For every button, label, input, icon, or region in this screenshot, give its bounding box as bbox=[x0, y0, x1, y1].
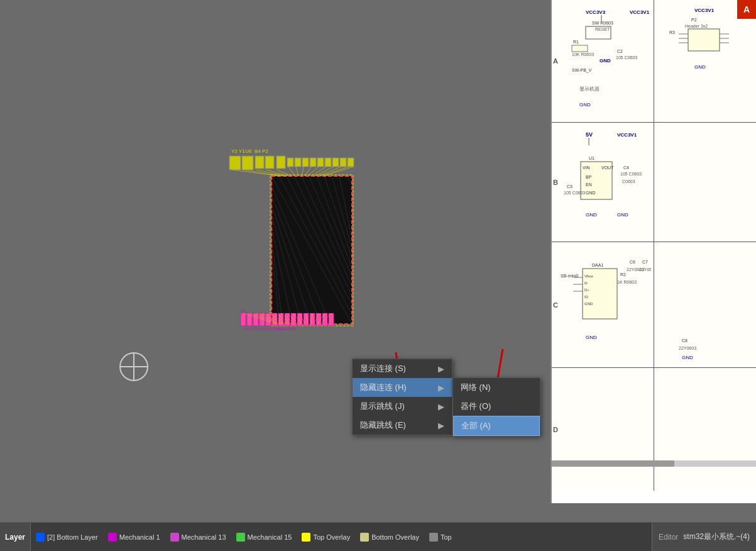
svg-line-44 bbox=[296, 167, 299, 176]
svg-line-23 bbox=[302, 176, 352, 286]
svg-text:GND: GND bbox=[586, 191, 596, 195]
layer-color-mechanical1 bbox=[108, 533, 117, 542]
svg-text:105 C0603: 105 C0603 bbox=[620, 172, 642, 176]
svg-text:SW R0603: SW R0603 bbox=[592, 21, 613, 25]
svg-line-40 bbox=[256, 170, 286, 176]
svg-text:GND: GND bbox=[694, 64, 706, 70]
scrollbar-thumb[interactable] bbox=[552, 460, 674, 467]
submenu-arrow-show-ratsnest: ▶ bbox=[438, 402, 444, 411]
submenu-item-network[interactable]: 网络 (N) bbox=[453, 378, 540, 397]
layer-items: [2] Bottom Layer Mechanical 1 Mechanical… bbox=[31, 523, 652, 551]
svg-rect-9 bbox=[295, 158, 301, 167]
editor-section: Editor stm32最小系统.~(4) bbox=[652, 523, 756, 551]
svg-rect-58 bbox=[272, 313, 277, 326]
svg-text:R1: R1 bbox=[573, 40, 579, 44]
svg-line-84 bbox=[317, 313, 325, 324]
layer-item-top-overlay[interactable]: Top Overlay bbox=[297, 523, 355, 551]
svg-rect-61 bbox=[291, 313, 296, 326]
submenu[interactable]: 网络 (N) 器件 (O) 全部 (A) bbox=[452, 377, 540, 437]
svg-line-19 bbox=[271, 176, 352, 324]
svg-text:RESET: RESET bbox=[595, 27, 610, 31]
layer-item-top[interactable]: Top bbox=[424, 523, 457, 551]
svg-text:GND: GND bbox=[586, 335, 597, 340]
svg-text:BP: BP bbox=[586, 175, 592, 179]
svg-line-71 bbox=[243, 313, 277, 324]
svg-text:Vbus: Vbus bbox=[584, 274, 593, 278]
menu-item-hide-ratsnest-label: 隐藏跳线 (E) bbox=[360, 420, 406, 431]
svg-line-38 bbox=[233, 170, 280, 176]
svg-text:P2: P2 bbox=[691, 18, 697, 22]
layer-item-bottom-layer[interactable]: [2] Bottom Layer bbox=[31, 523, 103, 551]
layer-item-mechanical15[interactable]: Mechanical 15 bbox=[231, 523, 297, 551]
svg-line-78 bbox=[287, 313, 299, 324]
svg-text:D0 D1 D2 D3: D0 D1 D2 D3 bbox=[277, 327, 295, 331]
bottom-status-bar: Layer [2] Bottom Layer Mechanical 1 Mech… bbox=[0, 522, 756, 551]
layer-item-mechanical13[interactable]: Mechanical 13 bbox=[165, 523, 231, 551]
svg-rect-15 bbox=[340, 158, 346, 167]
svg-line-46 bbox=[305, 167, 311, 176]
layer-item-bottom-overlay[interactable]: Bottom Overlay bbox=[355, 523, 424, 551]
submenu-arrow-show-connections: ▶ bbox=[438, 364, 444, 374]
schematic-section-b1: 5V U1 VIN VOUT BP EN GND C3 105 C0603 bbox=[554, 125, 651, 239]
svg-point-86 bbox=[120, 353, 148, 381]
svg-line-81 bbox=[306, 313, 308, 324]
layer-color-top bbox=[429, 533, 438, 542]
svg-text:1K R0603: 1K R0603 bbox=[617, 280, 637, 284]
svg-text:VCC3V1: VCC3V1 bbox=[617, 132, 637, 138]
svg-rect-67 bbox=[329, 313, 334, 326]
svg-text:DAA1: DAA1 bbox=[592, 263, 603, 267]
svg-rect-18 bbox=[270, 175, 353, 326]
svg-line-74 bbox=[262, 313, 286, 324]
svg-text:P1: P1 bbox=[241, 309, 246, 313]
svg-line-80 bbox=[300, 313, 305, 324]
submenu-item-all[interactable]: 全部 (A) bbox=[453, 416, 540, 436]
menu-item-show-connections[interactable]: 显示连接 (S) ▶ bbox=[353, 359, 452, 378]
svg-rect-53 bbox=[241, 313, 246, 326]
menu-item-show-ratsnest[interactable]: 显示跳线 (J) ▶ bbox=[353, 397, 452, 416]
svg-line-83 bbox=[314, 313, 319, 324]
svg-text:C7: C7 bbox=[642, 260, 648, 264]
layer-color-mechanical13 bbox=[170, 533, 179, 542]
row-label-d: D bbox=[553, 426, 558, 433]
svg-rect-12 bbox=[317, 158, 324, 167]
svg-text:D+: D+ bbox=[584, 288, 589, 292]
svg-text:VOUT: VOUT bbox=[601, 165, 614, 170]
menu-item-hide-connections[interactable]: 隐藏连连 (H) ▶ bbox=[353, 378, 452, 397]
panel-scrollbar[interactable] bbox=[552, 460, 756, 467]
svg-text:VCC3V1: VCC3V1 bbox=[630, 9, 650, 15]
submenu-item-component[interactable]: 器件 (O) bbox=[453, 397, 540, 416]
svg-rect-66 bbox=[322, 313, 327, 326]
svg-rect-14 bbox=[332, 158, 339, 167]
svg-rect-11 bbox=[310, 158, 316, 167]
svg-text:GND: GND bbox=[586, 212, 597, 218]
svg-text:VCC3V1: VCC3V1 bbox=[694, 8, 715, 13]
svg-rect-59 bbox=[278, 313, 283, 326]
layer-item-mechanical1[interactable]: Mechanical 1 bbox=[103, 523, 165, 551]
svg-rect-6 bbox=[265, 156, 274, 169]
svg-text:22Y0603: 22Y0603 bbox=[639, 267, 651, 272]
svg-text:C0 C1 C2 C3 C4 C5 C6 C7: C0 C1 C2 C3 C4 C5 C6 C7 bbox=[244, 327, 282, 331]
svg-text:C8: C8 bbox=[682, 338, 688, 343]
svg-text:22Y0603: 22Y0603 bbox=[679, 346, 696, 350]
svg-line-39 bbox=[244, 170, 283, 176]
menu-item-hide-ratsnest[interactable]: 隐藏跳线 (E) ▶ bbox=[353, 416, 452, 435]
schematic-section-c1: DAA1 Vbus D- D+ ID GND SB-mini0 bbox=[554, 245, 651, 365]
svg-line-26 bbox=[324, 176, 352, 258]
svg-text:EN: EN bbox=[586, 182, 592, 187]
submenu-item-component-label: 器件 (O) bbox=[461, 401, 491, 412]
editor-value: stm32最小系统.~(4) bbox=[683, 532, 750, 542]
schematic-section-a2: R3 P2 Header 3x2 VCC3V1 GND bbox=[657, 3, 753, 120]
svg-rect-17 bbox=[271, 176, 352, 324]
layer-color-top-overlay bbox=[302, 533, 310, 542]
svg-rect-55 bbox=[253, 313, 258, 326]
context-menu[interactable]: 显示连接 (S) ▶ 隐藏连连 (H) ▶ 显示跳线 (J) ▶ 隐藏跳线 (E… bbox=[352, 359, 452, 435]
svg-line-72 bbox=[249, 313, 280, 324]
svg-text:VCC3V3: VCC3V3 bbox=[586, 9, 606, 15]
svg-line-75 bbox=[268, 313, 289, 324]
pcb-canvas[interactable]: Y2 Y1 U6 B4 P2 bbox=[0, 0, 551, 503]
svg-text:Y2 Y1: Y2 Y1 bbox=[231, 148, 245, 154]
svg-rect-63 bbox=[304, 313, 309, 326]
svg-line-20 bbox=[279, 176, 352, 314]
row-label-b: B bbox=[553, 179, 558, 186]
svg-line-30 bbox=[271, 186, 330, 324]
